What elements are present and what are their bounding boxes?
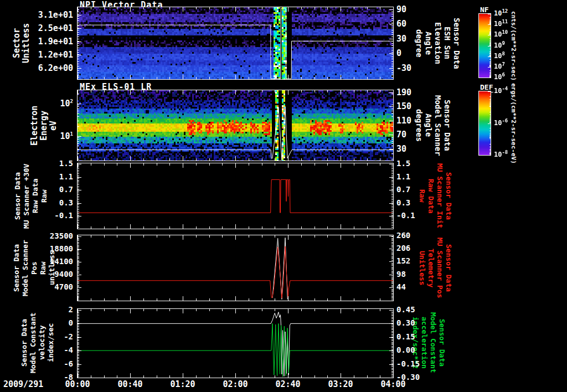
y-tick-label: 2.5e+01 [31, 23, 73, 33]
y-tick-label-right: 0.7 [396, 185, 427, 194]
y-tick-label-right: 150 [396, 101, 427, 111]
y-tick-label: 102 [31, 99, 73, 109]
y-tick-label: 4700 [31, 282, 73, 291]
y-tick-label: 9400 [31, 270, 73, 278]
x-tick-label: 01:20 [165, 379, 200, 389]
panel-mex-els-canvas [77, 90, 394, 161]
x-tick-label: 03:20 [323, 379, 358, 389]
y-tick-label-right: -30 [396, 63, 427, 73]
y-tick-label-right: 190 [396, 87, 427, 97]
y-tick-label-right: 152 [396, 256, 427, 265]
y-tick-label: 101 [31, 131, 73, 141]
y-tick-label: 1.9e+01 [31, 37, 73, 47]
y-tick-label-right: 90 [396, 4, 427, 14]
y-tick-label-right: 0.00 [396, 345, 427, 354]
y-tick-label: 1.5 [31, 159, 73, 168]
y-tick-label: 14100 [31, 257, 73, 266]
y-tick-label-right: 110 [396, 116, 427, 126]
y-tick-label: 18800 [31, 244, 73, 253]
x-tick-label: 04:00 [375, 379, 411, 389]
colorbar-tick-label: 1010 [494, 30, 517, 38]
y-tick-label: 6.2e+00 [31, 63, 73, 73]
y-tick-label-right: 30 [396, 144, 427, 154]
y-tick-label-right: 0.45 [396, 305, 427, 314]
y-tick-label-right: 98 [396, 270, 427, 278]
panel-npi-vector-canvas [77, 7, 394, 80]
colorbar-nf [478, 13, 491, 78]
y-tick-label: -0.1 [31, 211, 73, 220]
y-tick-label-right: 260 [396, 231, 427, 240]
y-tick-label: 1.1 [31, 172, 73, 181]
colorbar-tick-label: 10-6 [494, 119, 517, 127]
panel-scanner-30v-canvas [77, 163, 394, 229]
x-tick-label: 02:40 [270, 379, 306, 389]
panel-scanner-pos-canvas [77, 235, 394, 301]
y-tick-label-right: 0.3 [396, 198, 427, 207]
y-tick-label-right: -0.15 [396, 359, 427, 368]
y-tick-label: -2 [31, 332, 73, 341]
y-tick-label-right: 206 [396, 244, 427, 252]
colorbar-tick-label: 1012 [494, 9, 517, 17]
y-tick-label: 3.1e+01 [31, 10, 73, 20]
y-tick-label: -6 [31, 359, 73, 368]
y-tick-label-right: 70 [396, 130, 427, 140]
colorbar-tick-label: 108 [494, 52, 517, 60]
colorbar-tick-label: 10-8 [494, 151, 517, 158]
colorbar-tick-label: 1011 [494, 20, 517, 28]
y-tick-label-right: 1.1 [396, 172, 427, 181]
y-tick-label: 0.3 [31, 198, 73, 207]
x-tick-label: 02:00 [218, 379, 253, 389]
colorbar-tick-label: 10-4 [494, 87, 517, 95]
colorbar-tick-label: 107 [494, 63, 517, 70]
colorbar-tick-label: 106 [494, 73, 517, 81]
panel-model-constant-canvas [77, 308, 394, 378]
y-tick-label: 0 [31, 318, 73, 327]
y-tick-label: 2 [31, 305, 73, 314]
npi-left-axis-label: SectorUnitless [12, 7, 31, 79]
colorbar-def [478, 91, 491, 156]
y-tick-label-right: 30 [396, 34, 427, 44]
y-tick-label: -4 [31, 345, 73, 354]
y-tick-label: 0.7 [31, 185, 73, 194]
y-tick-label-right: 1.5 [396, 159, 427, 168]
y-tick-label-right: 0 [396, 48, 427, 58]
y-tick-label-right: 0.30 [396, 318, 427, 327]
x-tick-label: 00:40 [112, 379, 148, 389]
science-plot-screen: NPI Vector Data MEx ELS-01 LR SectorUnit… [0, 0, 567, 392]
y-tick-label-right: 60 [396, 19, 427, 29]
y-tick-label-right: -0.1 [396, 211, 427, 220]
colorbar-tick-label: 109 [494, 42, 517, 49]
y-tick-label: 23500 [31, 231, 73, 240]
y-tick-label: 1.2e+01 [31, 50, 73, 60]
x-tick-label: 00:00 [60, 379, 95, 389]
y-tick-label-right: 44 [396, 282, 427, 291]
y-tick-label-right: 0.15 [396, 332, 427, 341]
